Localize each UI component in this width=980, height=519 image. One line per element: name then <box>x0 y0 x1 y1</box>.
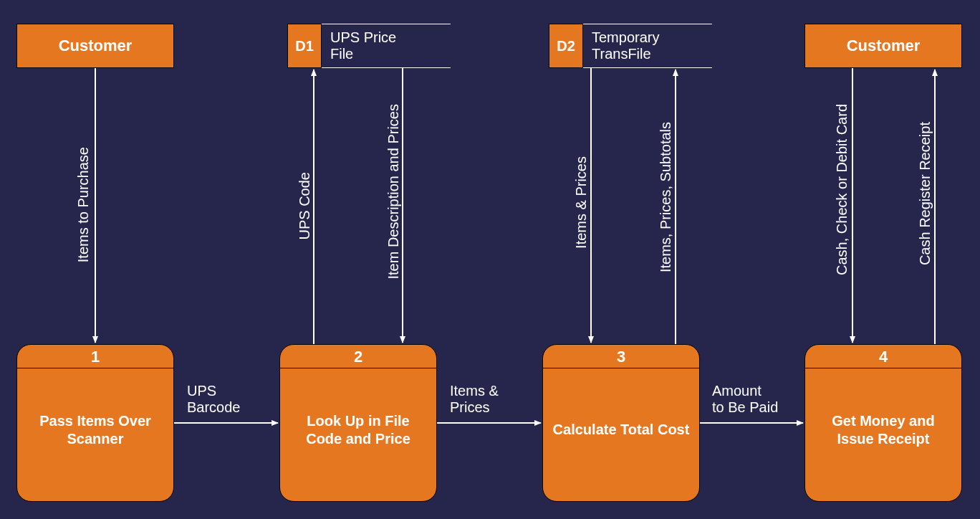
datastore-d2: D2 Temporary TransFile <box>549 24 712 68</box>
process-number: 2 <box>280 345 436 368</box>
entity-customer-left: Customer <box>16 24 174 68</box>
process-label: Pass Items Over Scanner <box>17 368 173 501</box>
process-1: 1 Pass Items Over Scanner <box>16 344 174 502</box>
entity-label: Customer <box>847 37 921 55</box>
datastore-id: D1 <box>287 24 322 68</box>
entity-label: Customer <box>59 37 133 55</box>
datastore-d1: D1 UPS Price File <box>287 24 451 68</box>
datastore-id: D2 <box>549 24 583 68</box>
process-label: Look Up in File Code and Price <box>280 368 436 501</box>
flow-items-to-purchase: Items to Purchase <box>75 147 92 262</box>
flow-items-prices-v: Items & Prices <box>573 156 590 249</box>
flow-ups-barcode: UPS Barcode <box>187 383 241 416</box>
flow-ups-code: UPS Code <box>297 172 313 240</box>
flow-cash-check-debit: Cash, Check or Debit Card <box>834 104 850 275</box>
flow-cash-register-receipt: Cash Register Receipt <box>917 122 933 265</box>
flow-amount-to-be-paid: Amount to Be Paid <box>712 383 778 416</box>
process-2: 2 Look Up in File Code and Price <box>279 344 437 502</box>
datastore-label: Temporary TransFile <box>583 24 712 68</box>
process-label: Calculate Total Cost <box>543 368 699 501</box>
flow-items-prices-h: Items & Prices <box>450 383 499 416</box>
flow-item-desc-prices: Item Description and Prices <box>385 104 402 280</box>
process-number: 3 <box>543 345 699 368</box>
entity-customer-right: Customer <box>804 24 962 68</box>
datastore-label: UPS Price File <box>322 24 451 68</box>
process-4: 4 Get Money and Issue Receipt <box>804 344 962 502</box>
process-number: 4 <box>805 345 961 368</box>
process-3: 3 Calculate Total Cost <box>542 344 700 502</box>
flow-items-prices-subtotals: Items, Prices, Subtotals <box>658 122 674 272</box>
process-number: 1 <box>17 345 173 368</box>
process-label: Get Money and Issue Receipt <box>805 368 961 501</box>
